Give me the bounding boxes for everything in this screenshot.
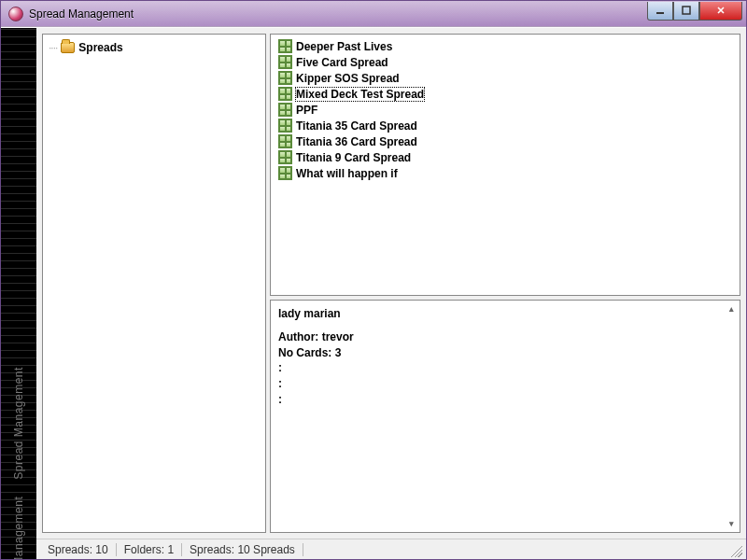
- spread-icon: [278, 55, 292, 69]
- tree-root[interactable]: ···· Spreads: [47, 40, 261, 55]
- spread-icon: [278, 103, 292, 117]
- list-item-label: Titania 36 Card Spread: [296, 135, 417, 148]
- tree-inner: ···· Spreads: [43, 35, 265, 61]
- tree-panel[interactable]: ···· Spreads: [42, 34, 266, 533]
- list-item-label: Deeper Past Lives: [296, 40, 392, 53]
- main-window: Spread Management Spread Management Spre…: [0, 0, 747, 560]
- maximize-icon: [682, 6, 691, 15]
- svg-rect-0: [656, 12, 664, 14]
- list-item-label: What will happen if: [296, 167, 398, 180]
- status-spreads: Spreads: 10: [40, 543, 117, 556]
- details-extra-3: :: [278, 392, 732, 408]
- spread-icon: [278, 134, 292, 148]
- list-item[interactable]: What will happen if: [276, 165, 734, 181]
- spread-icon: [278, 166, 292, 180]
- spacer: [278, 322, 732, 329]
- tree-root-label: Spreads: [78, 41, 122, 54]
- spread-icon: [278, 119, 292, 133]
- panes: ···· Spreads Deeper Past LivesFive Card …: [36, 28, 746, 539]
- list-item-label: Mixed Deck Test Spread: [296, 88, 424, 101]
- spread-icon: [278, 71, 292, 85]
- details-author: Author: trevor: [278, 329, 732, 345]
- client-area: Spread Management Spread Management Spre…: [1, 27, 746, 559]
- list-item-label: Titania 35 Card Spread: [296, 119, 417, 133]
- details-name: lady marian: [278, 306, 732, 322]
- right-column: Deeper Past LivesFive Card SpreadKipper …: [270, 34, 740, 533]
- close-button[interactable]: [699, 2, 742, 21]
- svg-rect-1: [683, 7, 690, 14]
- spread-list-panel[interactable]: Deeper Past LivesFive Card SpreadKipper …: [270, 34, 740, 296]
- work-area: ···· Spreads Deeper Past LivesFive Card …: [36, 28, 746, 559]
- status-summary: Spreads: 10 Spreads: [182, 543, 303, 556]
- side-strip-label-2: Spread Management: [12, 497, 25, 559]
- close-icon: [716, 6, 726, 15]
- spread-icon: [278, 87, 292, 101]
- details-extra-1: :: [278, 360, 732, 376]
- titlebar[interactable]: Spread Management: [1, 1, 746, 27]
- list-item-label: Kipper SOS Spread: [296, 72, 400, 85]
- maximize-button[interactable]: [673, 2, 699, 21]
- list-item[interactable]: PPF: [276, 102, 734, 118]
- spread-icon: [278, 150, 292, 164]
- spread-icon: [278, 39, 292, 53]
- list-item-label: Five Card Spread: [296, 56, 388, 69]
- window-buttons: [647, 2, 742, 21]
- list-item-label: PPF: [296, 104, 317, 117]
- list-item-label: Titania 9 Card Spread: [296, 151, 411, 164]
- list-item[interactable]: Five Card Spread: [276, 54, 734, 70]
- status-bar: Spreads: 10 Folders: 1 Spreads: 10 Sprea…: [36, 539, 746, 559]
- app-icon: [8, 7, 23, 21]
- list-item[interactable]: Titania 35 Card Spread: [276, 118, 734, 133]
- minimize-icon: [655, 6, 665, 15]
- details-cards: No Cards: 3: [278, 345, 732, 361]
- list-item[interactable]: Deeper Past Lives: [276, 38, 734, 54]
- list-item[interactable]: Titania 9 Card Spread: [276, 149, 734, 165]
- scroll-up-icon[interactable]: ▴: [725, 302, 738, 315]
- side-strip-label-group: Spread Management Spread Management Spre…: [12, 367, 25, 559]
- tree-connector-icon: ····: [49, 41, 57, 54]
- side-strip-label-3: Spread Management: [12, 367, 25, 480]
- list-item[interactable]: Titania 36 Card Spread: [276, 133, 734, 149]
- side-strip: Spread Management Spread Management Spre…: [1, 28, 36, 559]
- window-title: Spread Management: [29, 7, 134, 21]
- list-item[interactable]: Mixed Deck Test Spread: [276, 86, 734, 102]
- status-folders: Folders: 1: [117, 543, 182, 556]
- scroll-down-icon[interactable]: ▾: [725, 517, 738, 530]
- resize-grip-icon[interactable]: [727, 542, 742, 557]
- details-extra-2: :: [278, 376, 732, 392]
- minimize-button[interactable]: [647, 2, 673, 21]
- details-panel[interactable]: ▴ lady marian Author: trevor No Cards: 3…: [270, 300, 740, 533]
- folder-icon: [61, 42, 75, 53]
- list-item[interactable]: Kipper SOS Spread: [276, 70, 734, 86]
- spread-list: Deeper Past LivesFive Card SpreadKipper …: [271, 35, 740, 185]
